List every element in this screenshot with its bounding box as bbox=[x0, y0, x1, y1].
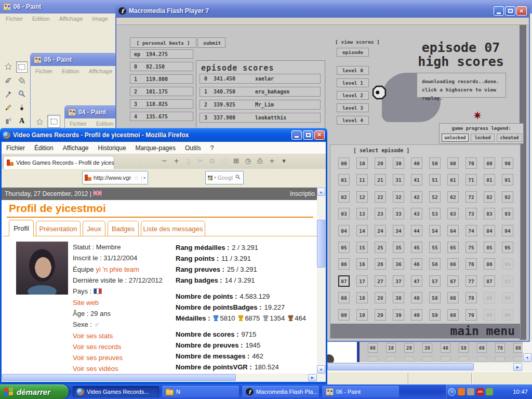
rect-select-tool-icon[interactable] bbox=[47, 115, 60, 128]
trash-icon[interactable]: ▯ bbox=[182, 157, 194, 165]
episode-cell-59[interactable]: 59 bbox=[429, 309, 441, 321]
add-icon[interactable]: + bbox=[266, 157, 278, 165]
episode-cell-52[interactable]: 52 bbox=[429, 191, 441, 203]
episode-cell-66[interactable]: 66 bbox=[447, 258, 459, 270]
close-icon[interactable]: ✕ bbox=[516, 6, 527, 16]
eraser-tool-icon[interactable] bbox=[3, 75, 14, 86]
tab-profil[interactable]: Profil bbox=[9, 220, 34, 236]
url-text[interactable]: http://www.vgr- bbox=[94, 175, 131, 181]
episode-cell-03[interactable]: 03 bbox=[338, 208, 350, 219]
paint-vertical-scrollbar[interactable]: ▼ bbox=[523, 341, 532, 363]
dropdown-icon[interactable]: ▾ bbox=[278, 157, 290, 165]
episode-cell-26[interactable]: 26 bbox=[375, 258, 386, 270]
scroll-down-icon[interactable]: ▼ bbox=[317, 365, 325, 374]
episode-cell-22[interactable]: 22 bbox=[375, 191, 386, 203]
episode-cell-57[interactable]: 57 bbox=[429, 275, 441, 287]
episode-cell-09[interactable]: 09 bbox=[338, 309, 350, 321]
episode-cell-36[interactable]: 36 bbox=[393, 258, 404, 270]
magnifier-tool-icon[interactable] bbox=[16, 88, 28, 100]
menu-fichier[interactable]: Fichier bbox=[31, 67, 57, 75]
personal-best-row[interactable]: ep194.275 bbox=[130, 49, 193, 59]
minimize-icon[interactable] bbox=[291, 130, 302, 140]
maximize-icon[interactable] bbox=[505, 6, 515, 16]
taskbar-item-firefox[interactable]: Video Games Records... bbox=[73, 386, 159, 397]
episode-cell-55[interactable]: 55 bbox=[429, 242, 441, 253]
episode-cell-10[interactable]: 10 bbox=[356, 157, 368, 169]
episode-cell-18[interactable]: 18 bbox=[356, 292, 368, 303]
new-tab-icon[interactable]: ⊞ bbox=[230, 157, 242, 165]
paint-horizontal-scrollbar[interactable]: ▶ bbox=[327, 363, 532, 371]
episode-cell-41[interactable]: 41 bbox=[411, 174, 422, 185]
maximize-icon[interactable] bbox=[303, 130, 313, 140]
scroll-down-icon[interactable]: ▼ bbox=[523, 353, 531, 362]
episode-cell-90[interactable]: 90 bbox=[502, 157, 513, 169]
episode-cell-88[interactable]: 88 bbox=[484, 292, 495, 303]
episode-cell-07[interactable]: 07 bbox=[338, 275, 350, 287]
personal-best-row[interactable]: 2101.175 bbox=[130, 87, 193, 96]
episode-cell-43[interactable]: 43 bbox=[411, 208, 422, 219]
episode-cell-84[interactable]: 84 bbox=[484, 225, 495, 236]
url-dropdown-icon[interactable]: ▾ bbox=[141, 176, 145, 180]
updates-tray-icon[interactable] bbox=[486, 388, 493, 395]
main-menu-button[interactable]: main menu bbox=[450, 324, 515, 338]
profile-link[interactable]: Voir ses stats bbox=[73, 332, 113, 340]
episode-cell-94[interactable]: 94 bbox=[502, 225, 513, 236]
episode-cell-83[interactable]: 83 bbox=[484, 208, 495, 219]
personal-best-row[interactable]: 082.150 bbox=[130, 62, 193, 71]
view-level-2-button[interactable]: level 2 bbox=[337, 91, 369, 100]
episode-cell-50[interactable]: 50 bbox=[429, 157, 441, 169]
text-tool-icon[interactable]: A bbox=[16, 115, 28, 127]
episode-cell-75[interactable]: 75 bbox=[466, 242, 477, 253]
episode-cell-35[interactable]: 35 bbox=[393, 242, 404, 253]
magnifier-icon[interactable] bbox=[235, 173, 241, 182]
episode-cell-82[interactable]: 82 bbox=[484, 191, 495, 203]
episode-cell-48[interactable]: 48 bbox=[411, 292, 422, 303]
tab-badges[interactable]: Badges bbox=[108, 221, 139, 236]
episode-cell-20[interactable]: 20 bbox=[375, 157, 386, 169]
episode-cell-87[interactable]: 87 bbox=[484, 275, 495, 287]
profile-link[interactable]: Voir ses records bbox=[73, 343, 121, 351]
episode-cell-44[interactable]: 44 bbox=[411, 225, 422, 236]
view-episode-button[interactable]: episode bbox=[337, 48, 369, 57]
view-level-4-button[interactable]: level 4 bbox=[337, 116, 369, 125]
episode-cell-27[interactable]: 27 bbox=[375, 275, 386, 287]
episode-cell-15[interactable]: 15 bbox=[356, 242, 368, 253]
taskbar-item-paint[interactable]: 06 - Paint bbox=[322, 386, 399, 397]
episode-score-row[interactable]: 0341.450xaelar bbox=[200, 74, 321, 84]
copy-icon[interactable]: ⧉ bbox=[206, 157, 218, 165]
menu-fichier[interactable]: Fichier bbox=[65, 119, 91, 128]
scrollbar-thumb[interactable] bbox=[317, 220, 325, 268]
bookmark-star-icon[interactable]: ☆ bbox=[134, 174, 139, 181]
episode-cell-65[interactable]: 65 bbox=[447, 242, 459, 253]
menu-affichage[interactable]: Affichage bbox=[58, 143, 94, 153]
episode-cell-29[interactable]: 29 bbox=[375, 309, 386, 321]
episode-cell-56[interactable]: 56 bbox=[429, 258, 441, 270]
fill-tool-icon[interactable] bbox=[16, 75, 28, 86]
profile-link[interactable]: Voir ses preuves bbox=[73, 354, 123, 362]
plus-icon[interactable]: + bbox=[170, 157, 182, 165]
episode-cell-89[interactable]: 89 bbox=[484, 309, 495, 321]
episode-cell-37[interactable]: 37 bbox=[393, 275, 404, 287]
episode-cell-39[interactable]: 39 bbox=[393, 309, 404, 321]
airbrush-tool-icon[interactable] bbox=[3, 115, 14, 127]
search-box[interactable]: ▾ Googl bbox=[205, 171, 244, 184]
episode-cell-49[interactable]: 49 bbox=[411, 309, 422, 321]
episode-cell-23[interactable]: 23 bbox=[375, 208, 386, 219]
scroll-up-icon[interactable]: ▲ bbox=[317, 188, 325, 196]
episode-score-row[interactable]: 1340.750eru_bahagon bbox=[200, 87, 321, 97]
scroll-right-icon[interactable]: ▶ bbox=[308, 374, 317, 381]
submit-button[interactable]: submit bbox=[197, 37, 225, 48]
url-bar[interactable]: http://www.vgr- ☆ ▾ bbox=[82, 171, 148, 184]
firefox-titlebar[interactable]: Video Games Records - Profil de yicestmo… bbox=[0, 128, 327, 142]
menu-outils[interactable]: Outils bbox=[180, 143, 206, 153]
menu-marque-pages[interactable]: Marque-pages bbox=[131, 143, 180, 153]
episode-cell-02[interactable]: 02 bbox=[338, 191, 350, 203]
episode-cell-92[interactable]: 92 bbox=[502, 191, 513, 203]
legend-locked[interactable]: locked bbox=[471, 134, 495, 142]
episode-cell-98[interactable]: 98 bbox=[502, 292, 513, 303]
episode-cell-79[interactable]: 79 bbox=[466, 309, 477, 321]
tab-messages[interactable]: Liste des messages bbox=[141, 221, 205, 236]
episode-cell-70[interactable]: 70 bbox=[466, 157, 477, 169]
episode-cell-40[interactable]: 40 bbox=[411, 157, 422, 169]
episode-cell-61[interactable]: 61 bbox=[447, 174, 459, 185]
